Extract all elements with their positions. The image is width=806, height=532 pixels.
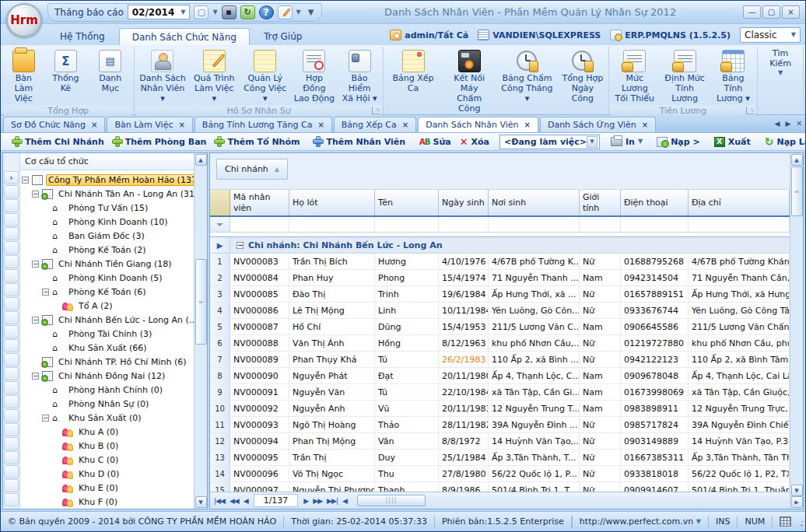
tree-row-indicator[interactable]	[4, 395, 19, 408]
column-header-ho-lot[interactable]: Họ lót	[289, 190, 375, 215]
toolbar-button-sua[interactable]: ABSửa	[415, 135, 455, 149]
tree-item-khu-c-0[interactable]: Khu C (0)	[22, 453, 194, 467]
chevron-down-icon[interactable]: ▼	[296, 9, 301, 16]
report-month-combo[interactable]: 02/2014▼	[128, 5, 191, 19]
toolbar-button-nap[interactable]: Nạp >	[653, 135, 704, 149]
group-by-chi-nhanh-button[interactable]: Chi nhánh▲	[216, 159, 288, 180]
doc-tab-bang-tinh-luong-tang-ca[interactable]: Bảng Tính Lương Tăng Ca×	[194, 117, 332, 132]
filter-cell-ien-thoai[interactable]	[621, 217, 689, 232]
doc-tab-bang-xep-ca[interactable]: Bảng Xếp Ca×	[334, 117, 416, 132]
close-button[interactable]: ×	[782, 5, 800, 19]
tree-row-indicator[interactable]	[4, 185, 19, 198]
tree-item-chi-nhanh-tp-ho-chi-minh-6[interactable]: Chi Nhánh TP. Hồ Chí Minh (6)	[22, 355, 194, 369]
tree-item-chi-nhanh-tan-an-long-an-31[interactable]: −Chi Nhánh Tân An - Long An (31)	[22, 187, 194, 201]
next-page-icon[interactable]: ▶	[303, 497, 309, 505]
ribbon-button-danh-sach-nhan-vien[interactable]: Danh Sách Nhân Viên ▾	[135, 47, 189, 104]
tree-item-phong-ke-toan-6[interactable]: −⌂Phòng Kế Toán (6)	[22, 285, 194, 299]
toolbar-button-xoa[interactable]: ✕Xóa	[456, 135, 493, 149]
toolbar-button-them-nhan-vien[interactable]: Thêm Nhân Viên	[310, 135, 409, 149]
column-header-ngay-sinh[interactable]: Ngày sinh	[439, 190, 489, 215]
edit-icon[interactable]	[278, 5, 293, 19]
ribbon-button-inh-muc-tinh-luong[interactable]: Định Mức Tính Lương	[660, 47, 710, 104]
ribbon-button-bang-xep-ca[interactable]: Bảng Xếp Ca	[384, 47, 443, 114]
tree-item-khu-e-0[interactable]: Khu E (0)	[22, 481, 194, 495]
tree-row-indicator[interactable]	[4, 409, 19, 422]
tree-item-khu-b-0[interactable]: Khu B (0)	[22, 439, 194, 453]
tab-tro-giup[interactable]: Trợ Giúp	[251, 28, 315, 45]
tree-row-indicator[interactable]	[4, 353, 19, 366]
tree-expander-icon[interactable]: −	[22, 177, 29, 184]
table-row[interactable]: 12NV000094Phan Thị MộngVân8/8/197214 Huỳ…	[210, 433, 790, 450]
tree-expander-icon[interactable]: −	[32, 191, 39, 198]
table-row[interactable]: 7NV000089Phan Thụy KhảTú26/2/1983110 Ấp …	[210, 352, 790, 368]
tree-row-indicator[interactable]	[4, 493, 19, 506]
table-row[interactable]: 9NV000091Nguyễn VănTú22/10/1984xã Tân Tậ…	[210, 384, 790, 401]
table-row[interactable]: 6NV000088Văn Thị ÁnhHồng8/12/1963khu phố…	[210, 335, 790, 352]
session-server[interactable]: VANDIEN\SQLEXPRESS	[478, 30, 601, 40]
refresh-icon[interactable]: ↻	[240, 5, 255, 19]
scroll-up-icon[interactable]: ▲	[791, 154, 803, 166]
table-row[interactable]: 5NV000087Hồ ChíDũng15/4/1953211/5 Lương …	[210, 319, 790, 335]
table-row[interactable]: 1NV000083Trần Thị BíchHương4/10/19764/67…	[210, 254, 790, 270]
tree-item-phong-tu-van-15[interactable]: ⌂Phòng Tư Vấn (15)	[22, 201, 194, 215]
filter-cell-noi-sinh[interactable]	[489, 217, 580, 232]
tree-item-phong-tai-chinh-3[interactable]: ⌂Phòng Tài Chính (3)	[22, 327, 194, 341]
toolbar-button-them-phong-ban[interactable]: Thêm Phòng Ban	[109, 135, 211, 149]
filter-cell-gioi-tinh[interactable]	[580, 217, 621, 232]
scrollbar-thumb[interactable]: ≡	[195, 259, 207, 345]
ribbon-button-ban-lam-viec[interactable]: Bàn Làm Việc	[3, 47, 44, 104]
tree-row-indicator[interactable]	[4, 437, 19, 450]
tree-item-chi-nhanh-ben-luc-long-an[interactable]: −Chi Nhánh Bến Lức - Long An (...	[22, 313, 194, 327]
tree-row-indicator[interactable]	[4, 381, 19, 394]
tree-item-phong-ke-toan-2[interactable]: ⌂Phòng Kế Toán (2)	[22, 243, 194, 257]
table-row[interactable]: 14NV000096Võ Thị NgọcThu27/8/198056/22 Q…	[210, 466, 790, 482]
tab-close-icon[interactable]: ✕	[796, 120, 802, 128]
doc-tab-ban-lam-viec[interactable]: Bàn Làm Việc×	[107, 117, 192, 132]
column-header-ia-chi[interactable]: Địa chỉ	[689, 190, 790, 215]
tree-row-indicator[interactable]	[4, 297, 19, 310]
table-row[interactable]: 13NV000095Trần ThịDuy25/1/1984Ấp 3,Tân T…	[210, 450, 790, 466]
ribbon-button-hop-ong-lao-ong[interactable]: Hợp Đồng Lao Động	[292, 47, 338, 104]
tab-scroll-right-icon[interactable]: ▶	[786, 120, 791, 128]
chevron-down-icon[interactable]: ▼	[212, 9, 217, 16]
tree-row-indicator[interactable]	[4, 423, 19, 436]
tree-header[interactable]: Cơ cấu tổ chức	[20, 153, 194, 170]
table-row[interactable]: 3NV000085Đào ThịTrinh19/6/1984Ấp Hưng Th…	[210, 286, 790, 303]
tree-row-indicator[interactable]	[4, 325, 19, 338]
maximize-button[interactable]: ▢	[762, 5, 780, 19]
table-row[interactable]: 10NV000092Nguyễn AnhVũ20/11/198312 Nguyễ…	[210, 401, 790, 417]
tree-row-indicator[interactable]	[4, 283, 19, 296]
tree-item-khu-a-0[interactable]: Khu A (0)	[22, 425, 194, 439]
close-tab-icon[interactable]: ×	[402, 121, 408, 129]
toolbar-button-xuat[interactable]: XXuất	[710, 135, 755, 149]
table-row[interactable]: 11NV000093Ngô Thị HoàngThảo28/11/198239A…	[210, 417, 790, 433]
tree-item-ban-giam-oc-3[interactable]: ⌂Ban Giám Đốc (3)	[22, 229, 194, 243]
tree-row-indicator[interactable]	[4, 479, 19, 492]
tree-row-indicator[interactable]	[4, 269, 19, 282]
close-tab-icon[interactable]: ×	[524, 121, 531, 129]
tree-row-indicator[interactable]	[4, 199, 19, 212]
tab-scroll-left-icon[interactable]: ◀	[775, 120, 780, 128]
tree-expander-icon[interactable]: −	[32, 373, 39, 380]
tree-row-indicator[interactable]	[4, 367, 19, 380]
tree-item-khu-san-xuat-66[interactable]: ⌂Khu Sản Xuất (66)	[22, 341, 194, 355]
grid-scrollbar[interactable]: ▲ ≡ ▼ ▶	[790, 153, 803, 509]
toolbar-button-in[interactable]: In ▼	[607, 135, 647, 149]
scroll-up-icon[interactable]: ▲	[195, 154, 207, 166]
resize-grip[interactable]	[800, 516, 804, 527]
prev-page-icon[interactable]: ◀	[243, 497, 249, 505]
table-row[interactable]: 2NV000084Phan HuyPhong15/4/197471 Nguyễn…	[210, 270, 790, 286]
calculator-icon[interactable]	[772, 516, 798, 528]
tree-row-indicator[interactable]	[4, 465, 19, 478]
table-row[interactable]: 4NV000086Lê Thị MộngLinh10/11/1984Yên Lu…	[210, 303, 790, 319]
filter-cell-ten[interactable]	[375, 217, 439, 232]
new-document-icon[interactable]: ▢	[194, 5, 209, 19]
tab-he-thong[interactable]: Hệ Thống	[47, 28, 117, 45]
website-link[interactable]: http://www.perfect.com.vn ▼	[572, 516, 708, 528]
session-application[interactable]: ERP.PMQLNS (1.5.2.5)	[610, 30, 731, 40]
filter-cell-ia-chi[interactable]	[689, 217, 790, 232]
doc-tab-so-o-chuc-nang[interactable]: Sơ Đồ Chức Năng×	[3, 117, 105, 132]
filter-cell-ngay-sinh[interactable]	[439, 217, 489, 232]
tree-item-phong-nhan-su-0[interactable]: ⌂Phòng Nhân Sự (0)	[22, 397, 194, 411]
doc-tab-danh-sach-ung-vien[interactable]: Danh Sách Ứng Viên×	[540, 117, 656, 132]
